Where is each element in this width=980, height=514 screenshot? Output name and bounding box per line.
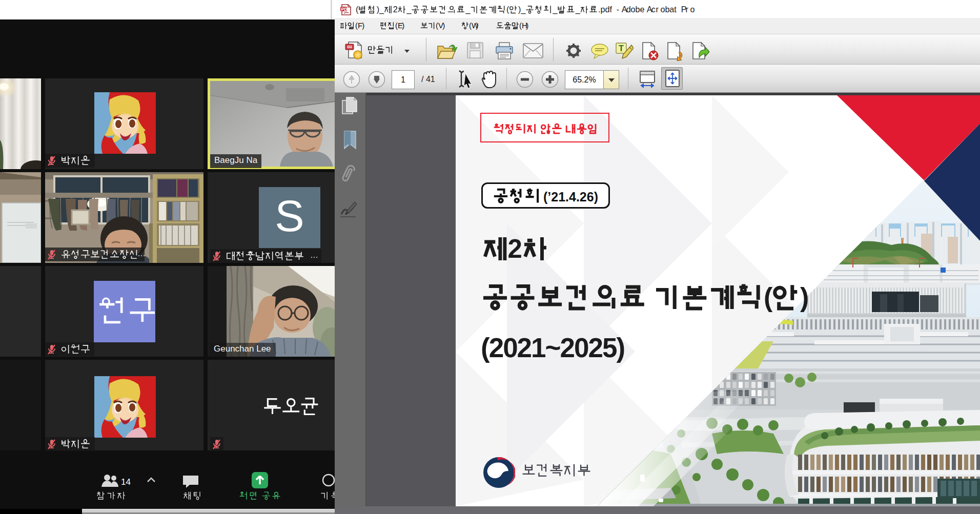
svg-text:14: 14 bbox=[121, 477, 131, 487]
svg-text:): ) bbox=[362, 22, 364, 30]
svg-text:c: c bbox=[651, 5, 656, 14]
svg-text:(: ( bbox=[764, 283, 773, 312]
svg-text:(: ( bbox=[356, 5, 359, 14]
svg-text:b: b bbox=[636, 5, 640, 14]
svg-text:_: _ bbox=[406, 5, 412, 14]
svg-text:_: _ bbox=[465, 5, 471, 14]
svg-text:o: o bbox=[661, 5, 665, 14]
svg-text:PDF: PDF bbox=[341, 7, 350, 12]
svg-text:d: d bbox=[605, 5, 610, 14]
svg-text:o: o bbox=[690, 5, 695, 14]
svg-text:-: - bbox=[617, 5, 619, 14]
svg-text:a: a bbox=[669, 5, 674, 14]
svg-text:t: t bbox=[674, 5, 677, 14]
svg-text:): ) bbox=[476, 22, 478, 30]
svg-text:T: T bbox=[619, 44, 624, 53]
svg-text:f: f bbox=[609, 5, 612, 14]
svg-text:_: _ bbox=[553, 5, 558, 14]
svg-text:r: r bbox=[656, 5, 659, 14]
svg-text:_: _ bbox=[575, 5, 581, 14]
svg-text:): ) bbox=[442, 22, 445, 30]
svg-text:r: r bbox=[686, 5, 689, 14]
svg-text:d: d bbox=[626, 5, 631, 14]
svg-text:(: ( bbox=[506, 5, 509, 14]
svg-text:): ) bbox=[526, 22, 528, 30]
svg-text:o: o bbox=[631, 5, 636, 14]
svg-text:e: e bbox=[640, 5, 644, 14]
svg-text:_: _ bbox=[379, 5, 384, 14]
svg-text:2: 2 bbox=[508, 235, 522, 263]
svg-text:p: p bbox=[601, 5, 605, 14]
svg-text:): ) bbox=[402, 22, 404, 30]
svg-text:): ) bbox=[800, 283, 809, 312]
svg-text:_: _ bbox=[521, 5, 526, 14]
svg-text:b: b bbox=[665, 5, 669, 14]
svg-text:2: 2 bbox=[393, 5, 398, 14]
